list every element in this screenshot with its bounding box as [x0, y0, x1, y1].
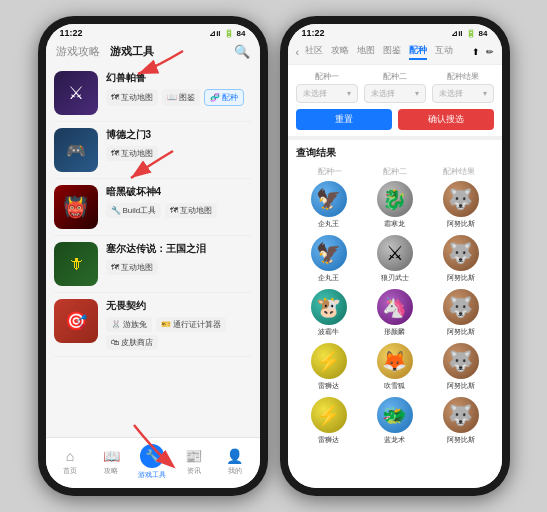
pokemon-name-0-1: 企丸王 [318, 219, 339, 229]
time-left: 11:22 [60, 28, 83, 38]
map2-icon: 🗺 [111, 149, 119, 158]
result-cell-2-2: 🦄 形颜麟 [362, 289, 428, 337]
game-thumb-diablo: 👹 [54, 185, 98, 229]
result-cell-4-3: 🐺 阿努比斯 [428, 397, 494, 445]
bottom-nav: ⌂ 首页 📖 攻略 🔧 游戏工具 📰 资讯 👤 我的 [46, 437, 260, 488]
result-cell-0-3: 🐺 阿努比斯 [428, 181, 494, 229]
game-thumb-zelda: 🗡 [54, 242, 98, 286]
pokemon-avatar-2-3: 🐺 [443, 289, 479, 325]
status-bar-right: 11:22 ⊿il 🔋 84 [288, 24, 502, 40]
pokemon-name-2-2: 形颜麟 [384, 327, 405, 337]
tag-breed[interactable]: 🧬 配种 [204, 89, 244, 106]
game-tags-nofence: 🐰 游族兔 🎫 通行证计算器 [106, 317, 252, 332]
pokemon-avatar-0-3: 🐺 [443, 181, 479, 217]
tag-zelda-map[interactable]: 🗺 互动地图 [106, 260, 158, 275]
result-row-4: ⚡ 雷狮达 🐲 蓝龙术 🐺 阿努比斯 [296, 397, 494, 445]
back-button[interactable]: ‹ [296, 46, 300, 58]
game-title-zelda: 塞尔达传说：王国之泪 [106, 242, 252, 256]
tag-botw-map[interactable]: 🗺 互动地图 [106, 146, 158, 161]
yuzu-icon: 🐰 [111, 320, 121, 329]
result-cell-2-1: 🐮 波霸牛 [296, 289, 362, 337]
nav-news[interactable]: 📰 资讯 [179, 448, 209, 476]
pokemon-avatar-1-1: 🦅 [311, 235, 347, 271]
breed-dropdown-result[interactable]: 未选择▾ [432, 84, 494, 103]
tab-strategy[interactable]: 攻略 [331, 44, 349, 60]
game-thumb-fantasy: ⚔ [54, 71, 98, 115]
result-cell-3-3: 🐺 阿努比斯 [428, 343, 494, 391]
game-tags-botw: 🗺 互动地图 [106, 146, 252, 161]
tag-build[interactable]: 🔧 Build工具 [106, 203, 162, 218]
tab-dex[interactable]: 图鉴 [383, 44, 401, 60]
tag-skin[interactable]: 🛍 皮肤商店 [106, 335, 158, 350]
results-section: 查询结果 配种一 配种二 配种结果 🦅 企丸王 🐉 霜寒龙 🐺 阿努比斯 [288, 140, 502, 488]
result-cell-3-2: 🦊 吹雪狐 [362, 343, 428, 391]
nav-home-label: 首页 [63, 466, 77, 476]
breed-label-2: 配种二 [364, 71, 426, 82]
nav-guide[interactable]: 📖 攻略 [96, 448, 126, 476]
pokemon-avatar-0-1: 🦅 [311, 181, 347, 217]
nav-profile[interactable]: 👤 我的 [220, 448, 250, 476]
pokemon-avatar-0-2: 🐉 [377, 181, 413, 217]
tab-guide[interactable]: 游戏攻略 [56, 44, 100, 59]
confirm-button[interactable]: 确认搜选 [398, 109, 494, 130]
pokemon-name-2-1: 波霸牛 [318, 327, 339, 337]
build-icon: 🔧 [111, 206, 121, 215]
right-screen: 11:22 ⊿il 🔋 84 ‹ 社区 攻略 地图 图鉴 配种 互动 ⬆ ✏ [288, 24, 502, 488]
result-cell-1-3: 🐺 阿努比斯 [428, 235, 494, 283]
share-button[interactable]: ⬆ [472, 47, 480, 57]
pokemon-name-1-2: 狼刃武士 [381, 273, 409, 283]
game-info-diablo: 暗黑破坏神4 🔧 Build工具 🗺 互动地图 [106, 185, 252, 218]
pokemon-avatar-3-2: 🦊 [377, 343, 413, 379]
search-button[interactable]: 🔍 [234, 44, 250, 59]
tab-community[interactable]: 社区 [305, 44, 323, 60]
tab-interactive[interactable]: 互动 [435, 44, 453, 60]
book-icon: 📖 [167, 93, 177, 102]
result-row-1: 🦅 企丸王 ⚔ 狼刃武士 🐺 阿努比斯 [296, 235, 494, 283]
tab-map[interactable]: 地图 [357, 44, 375, 60]
pokemon-avatar-3-1: ⚡ [311, 343, 347, 379]
tag-yuzu[interactable]: 🐰 游族兔 [106, 317, 152, 332]
pokemon-name-4-2: 蓝龙术 [384, 435, 405, 445]
tag-pass[interactable]: 🎫 通行证计算器 [156, 317, 226, 332]
tag-guide[interactable]: 📖 图鉴 [162, 89, 200, 106]
pokemon-name-4-1: 雷狮达 [318, 435, 339, 445]
nav-home[interactable]: ⌂ 首页 [55, 448, 85, 476]
game-title-botw: 博德之门3 [106, 128, 252, 142]
nav-guide-label: 攻略 [104, 466, 118, 476]
breed-dropdown-2[interactable]: 未选择▾ [364, 84, 426, 103]
map-icon: 🗺 [111, 93, 119, 102]
skin-icon: 🛍 [111, 338, 119, 347]
pass-icon: 🎫 [161, 320, 171, 329]
status-bar-left: 11:22 ⊿il 🔋 84 [46, 24, 260, 40]
result-row-0: 🦅 企丸王 🐉 霜寒龙 🐺 阿努比斯 [296, 181, 494, 229]
reset-button[interactable]: 重置 [296, 109, 392, 130]
pokemon-name-3-3: 阿努比斯 [447, 381, 475, 391]
pokemon-name-2-3: 阿努比斯 [447, 327, 475, 337]
header-tabs: 游戏攻略 游戏工具 [56, 44, 228, 59]
tab-tools[interactable]: 游戏工具 [110, 44, 154, 59]
breed-dropdown-1[interactable]: 未选择▾ [296, 84, 358, 103]
breed-form: 配种一 未选择▾ 配种二 未选择▾ 配种结果 未选择▾ [288, 65, 502, 136]
pokemon-avatar-3-3: 🐺 [443, 343, 479, 379]
tab-breed-active[interactable]: 配种 [409, 44, 427, 60]
tag-map[interactable]: 🗺 互动地图 [106, 89, 158, 106]
nav-tools[interactable]: 🔧 游戏工具 [137, 444, 167, 480]
pokemon-name-3-2: 吹雪狐 [384, 381, 405, 391]
tag-diablo-map[interactable]: 🗺 互动地图 [165, 203, 217, 218]
result-cell-4-2: 🐲 蓝龙术 [362, 397, 428, 445]
map3-icon: 🗺 [170, 206, 178, 215]
pokemon-avatar-2-2: 🦄 [377, 289, 413, 325]
signal-area-right: ⊿il 🔋 84 [451, 29, 487, 38]
game-item-diablo: 👹 暗黑破坏神4 🔧 Build工具 🗺 互动地图 [54, 179, 252, 236]
col-header-1: 配种一 [298, 166, 363, 177]
col-header-3: 配种结果 [427, 166, 492, 177]
game-info-zelda: 塞尔达传说：王国之泪 🗺 互动地图 [106, 242, 252, 275]
result-cell-3-1: ⚡ 雷狮达 [296, 343, 362, 391]
signal-left: ⊿il [209, 29, 220, 38]
game-title-nofence: 无畏契约 [106, 299, 252, 313]
edit-button[interactable]: ✏ [486, 47, 494, 57]
result-cell-2-3: 🐺 阿努比斯 [428, 289, 494, 337]
pokemon-name-3-1: 雷狮达 [318, 381, 339, 391]
game-list: ⚔ 幻兽帕鲁 🗺 互动地图 📖 图鉴 🧬 [46, 65, 260, 437]
nav-profile-label: 我的 [228, 466, 242, 476]
